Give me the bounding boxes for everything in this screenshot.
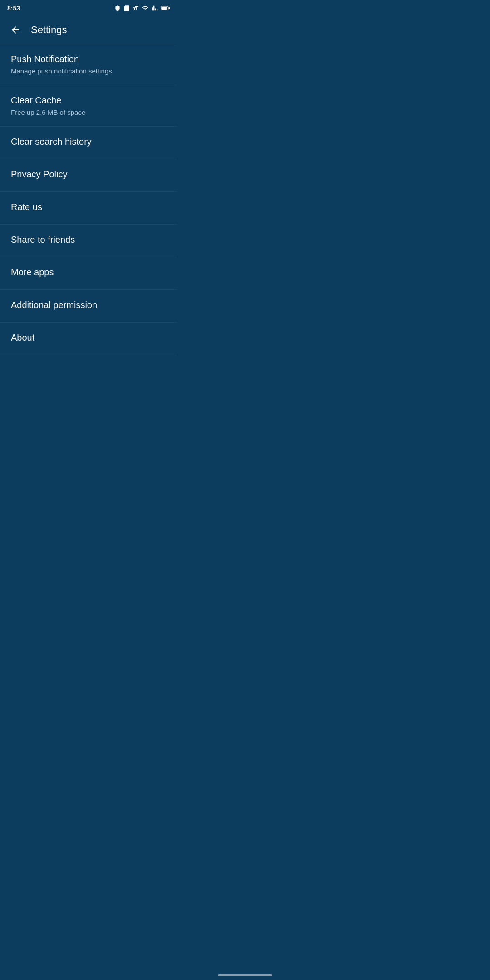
page-title: Settings [31,24,67,36]
back-arrow-icon [10,24,21,35]
settings-item-about[interactable]: About [0,323,177,355]
status-icons [114,5,170,11]
settings-item-title-additional-permission: Additional permission [11,300,166,310]
settings-list: Push NotificationManage push notificatio… [0,44,177,355]
svg-rect-1 [161,7,167,10]
settings-item-title-clear-cache: Clear Cache [11,95,166,106]
status-bar: 8:53 [0,0,177,16]
signal-icon [152,5,158,11]
status-time: 8:53 [7,5,20,12]
toolbar: Settings [0,16,177,44]
svg-rect-2 [169,7,170,9]
settings-item-title-more-apps: More apps [11,267,166,278]
settings-item-title-clear-search-history: Clear search history [11,137,166,147]
settings-item-title-push-notification: Push Notification [11,54,166,64]
settings-item-clear-search-history[interactable]: Clear search history [0,127,177,159]
settings-item-title-privacy-policy: Privacy Policy [11,169,166,180]
battery-icon [161,5,170,11]
sim-icon [123,5,130,11]
settings-item-title-about: About [11,333,166,343]
settings-item-subtitle-clear-cache: Free up 2.6 MB of space [11,108,166,116]
wifi-icon [142,5,149,11]
settings-item-clear-cache[interactable]: Clear CacheFree up 2.6 MB of space [0,85,177,127]
settings-item-subtitle-push-notification: Manage push notification settings [11,67,166,75]
settings-item-rate-us[interactable]: Rate us [0,192,177,225]
shield-icon [114,5,121,11]
settings-item-privacy-policy[interactable]: Privacy Policy [0,159,177,192]
settings-item-push-notification[interactable]: Push NotificationManage push notificatio… [0,44,177,85]
settings-item-title-rate-us: Rate us [11,202,166,212]
back-button[interactable] [7,22,24,38]
text-icon [132,5,139,11]
settings-item-more-apps[interactable]: More apps [0,257,177,290]
settings-item-additional-permission[interactable]: Additional permission [0,290,177,323]
settings-item-title-share-to-friends: Share to friends [11,235,166,245]
settings-item-share-to-friends[interactable]: Share to friends [0,225,177,257]
